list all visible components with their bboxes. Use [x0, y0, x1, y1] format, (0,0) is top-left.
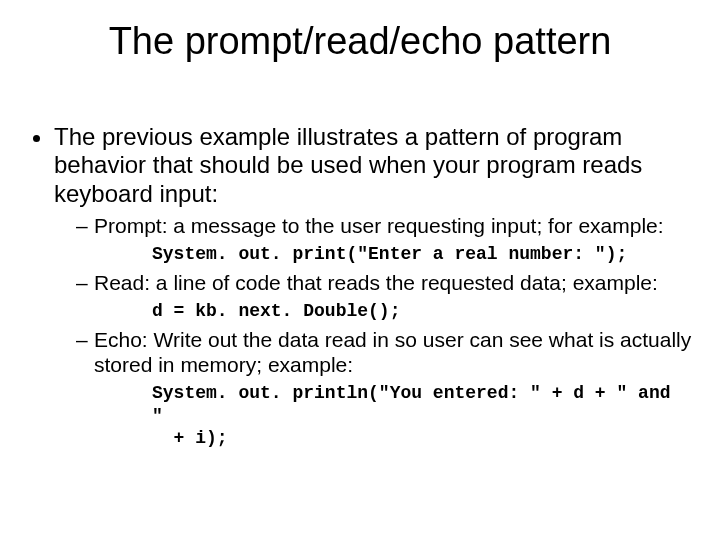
code-sample-prompt: System. out. print("Enter a real number:… — [152, 243, 692, 266]
sub-bullet-text: Read: a line of code that reads the requ… — [94, 271, 658, 294]
sub-bullet-echo: Echo: Write out the data read in so user… — [76, 328, 692, 449]
sub-bullet-read: Read: a line of code that reads the requ… — [76, 271, 692, 322]
main-bullet-text: The previous example illustrates a patte… — [54, 123, 642, 207]
sub-bullet-list: Prompt: a message to the user requesting… — [54, 214, 692, 450]
sub-bullet-text: Echo: Write out the data read in so user… — [94, 328, 691, 376]
code-sample-read: d = kb. next. Double(); — [152, 300, 692, 323]
slide: The prompt/read/echo pattern The previou… — [0, 0, 720, 540]
main-bullet: The previous example illustrates a patte… — [54, 123, 692, 450]
bullet-list: The previous example illustrates a patte… — [28, 123, 692, 450]
code-sample-echo: System. out. println("You entered: " + d… — [152, 382, 692, 450]
slide-title: The prompt/read/echo pattern — [28, 20, 692, 63]
sub-bullet-text: Prompt: a message to the user requesting… — [94, 214, 664, 237]
sub-bullet-prompt: Prompt: a message to the user requesting… — [76, 214, 692, 265]
